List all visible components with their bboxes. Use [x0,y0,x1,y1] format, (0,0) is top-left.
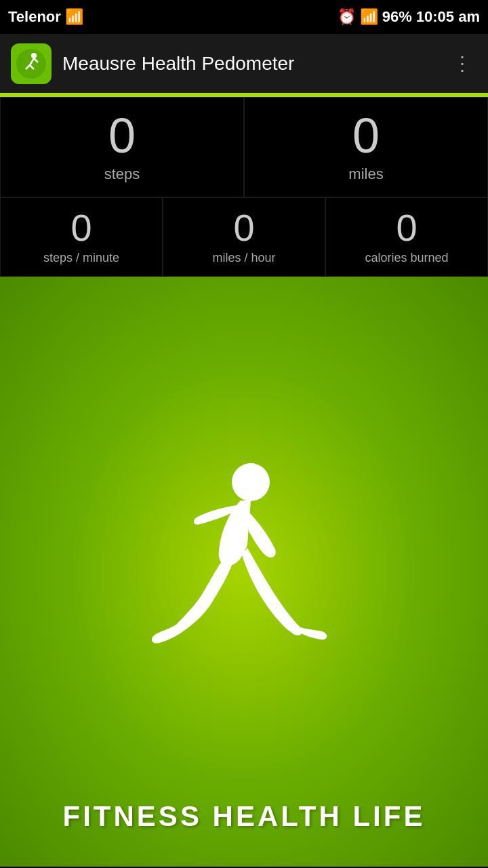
app-icon [11,43,52,84]
miles-label: miles [348,165,383,183]
main-area: FITNESS HEALTH LIFE [0,277,488,867]
steps-label: steps [104,165,140,183]
miles-per-hour-tile: 0 miles / hour [163,197,325,277]
menu-icon[interactable]: ⋮ [447,47,477,80]
app-title: Meausre Health Pedometer [62,53,447,75]
runner-app-icon [16,49,46,79]
carrier-name: Telenor [8,8,61,26]
status-bar: Telenor 📶 ⏰ 📶 96% 10:05 am [0,0,488,34]
steps-per-minute-value: 0 [70,209,92,247]
miles-value: 0 [352,111,380,160]
runner-silhouette [132,456,336,687]
status-left: Telenor 📶 [8,8,83,26]
steps-value: 0 [108,111,136,160]
clock: 10:05 am [416,8,480,26]
status-right: ⏰ 📶 96% 10:05 am [338,8,480,26]
tagline: FITNESS HEALTH LIFE [0,800,488,833]
svg-point-1 [31,53,37,58]
calories-burned-value: 0 [396,209,417,247]
miles-per-hour-label: miles / hour [212,251,275,265]
svg-point-6 [232,463,270,501]
calories-burned-tile: 0 calories burned [325,197,488,277]
signal-icon: 📶 [360,8,378,26]
calories-burned-label: calories burned [365,251,448,265]
battery-level: 96% [382,8,412,26]
steps-per-minute-label: steps / minute [43,251,119,265]
app-bar: Meausre Health Pedometer ⋮ [0,34,488,95]
stats-grid: 0 steps 0 miles 0 steps / minute 0 miles… [0,95,488,277]
alarm-icon: ⏰ [338,8,356,26]
steps-per-minute-tile: 0 steps / minute [0,197,163,277]
carrier-icon: 📶 [65,8,83,26]
miles-tile: 0 miles [244,97,488,197]
miles-per-hour-value: 0 [233,209,254,247]
bottom-stats: 0 steps / minute 0 miles / hour 0 calori… [0,197,488,277]
steps-tile: 0 steps [0,97,244,197]
